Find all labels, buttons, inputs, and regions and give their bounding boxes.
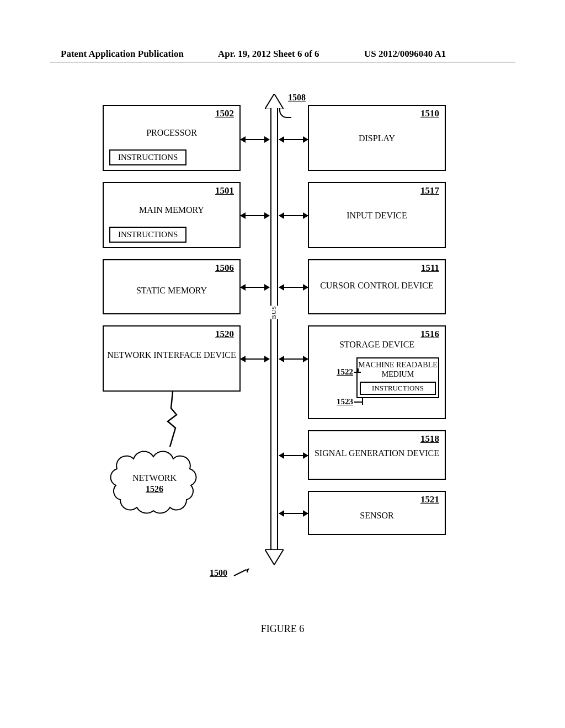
- nid-ref: 1520: [215, 329, 234, 340]
- display-block: 1510 DISPLAY: [308, 105, 446, 171]
- network-interface-block: 1520 NETWORK INTERFACE DEVICE: [103, 325, 241, 392]
- display-ref: 1510: [420, 108, 439, 119]
- bus-arrow-down-icon: [265, 549, 284, 565]
- header-date-sheet: Apr. 19, 2012 Sheet 6 of 6: [218, 49, 319, 60]
- network-cloud: NETWORK 1526: [99, 447, 210, 518]
- main-memory-ref: 1501: [215, 185, 234, 196]
- network-label: NETWORK: [99, 473, 210, 483]
- sensor-block: 1521 SENSOR: [308, 491, 446, 535]
- header-publication: Patent Application Publication: [61, 49, 184, 60]
- mrm-title: MACHINE READABLE MEDIUM: [358, 361, 438, 379]
- leader-line-icon: [354, 372, 361, 373]
- connector-icon: [279, 455, 308, 456]
- connector-icon: [279, 287, 308, 288]
- storage-title: STORAGE DEVICE: [309, 340, 445, 350]
- cursor-control-block: 1511 CURSOR CONTROL DEVICE: [308, 259, 446, 314]
- storage-instructions-ref: 1523: [309, 397, 353, 406]
- figure-caption: FIGURE 6: [0, 623, 565, 635]
- bus: BUS 1508: [266, 96, 282, 563]
- wireless-link-icon: [164, 392, 181, 447]
- processor-block: 1502 PROCESSOR INSTRUCTIONS: [103, 105, 241, 171]
- system-diagram: BUS 1508 1502 PROCESSOR INSTRUCTIONS 150…: [0, 88, 565, 645]
- connector-icon: [279, 139, 308, 140]
- svg-line-2: [234, 570, 246, 576]
- input-ref: 1517: [420, 185, 439, 196]
- nid-title: NETWORK INTERFACE DEVICE: [104, 350, 239, 361]
- input-title: INPUT DEVICE: [309, 211, 445, 221]
- network-ref: 1526: [99, 484, 210, 494]
- input-device-block: 1517 INPUT DEVICE: [308, 182, 446, 248]
- main-memory-title: MAIN MEMORY: [104, 205, 239, 215]
- sensor-title: SENSOR: [309, 511, 445, 521]
- static-memory-title: STATIC MEMORY: [104, 286, 239, 296]
- svg-marker-3: [246, 568, 249, 573]
- connector-icon: [279, 215, 308, 216]
- machine-readable-medium-block: MACHINE READABLE MEDIUM INSTRUCTIONS: [356, 357, 439, 398]
- main-memory-block: 1501 MAIN MEMORY INSTRUCTIONS: [103, 182, 241, 248]
- connector-icon: [241, 287, 269, 288]
- processor-title: PROCESSOR: [104, 128, 239, 138]
- sensor-ref: 1521: [420, 494, 439, 505]
- connector-icon: [279, 513, 308, 514]
- signal-ref: 1518: [420, 433, 439, 445]
- bus-body: [270, 108, 278, 552]
- static-memory-ref: 1506: [215, 263, 234, 274]
- processor-instructions: INSTRUCTIONS: [109, 149, 186, 165]
- connector-icon: [241, 215, 269, 216]
- signal-generation-block: 1518 SIGNAL GENERATION DEVICE: [308, 430, 446, 480]
- static-memory-block: 1506 STATIC MEMORY: [103, 259, 241, 314]
- mrm-ref: 1522: [309, 367, 353, 377]
- leader-line-icon: [362, 398, 363, 405]
- bus-label: BUS: [270, 306, 278, 319]
- display-title: DISPLAY: [309, 133, 445, 143]
- system-ref-arrow-icon: [233, 568, 249, 577]
- svg-marker-0: [265, 94, 284, 109]
- svg-marker-1: [265, 549, 284, 565]
- bus-ref-leader: [279, 108, 291, 118]
- system-ref: 1500: [210, 568, 227, 578]
- connector-icon: [241, 139, 269, 140]
- storage-instructions: INSTRUCTIONS: [360, 382, 436, 395]
- bus-arrow-up-icon: [265, 94, 284, 109]
- header-pub-number: US 2012/0096040 A1: [364, 49, 446, 60]
- cursor-title: CURSOR CONTROL DEVICE: [309, 280, 445, 291]
- connector-icon: [279, 358, 308, 360]
- connector-icon: [241, 358, 269, 360]
- processor-ref: 1502: [215, 108, 234, 119]
- storage-ref: 1516: [420, 329, 439, 340]
- bus-ref: 1508: [288, 93, 306, 103]
- main-memory-instructions: INSTRUCTIONS: [109, 227, 186, 243]
- header-rule: [50, 62, 515, 62]
- cursor-ref: 1511: [421, 263, 439, 274]
- signal-title: SIGNAL GENERATION DEVICE: [309, 448, 445, 459]
